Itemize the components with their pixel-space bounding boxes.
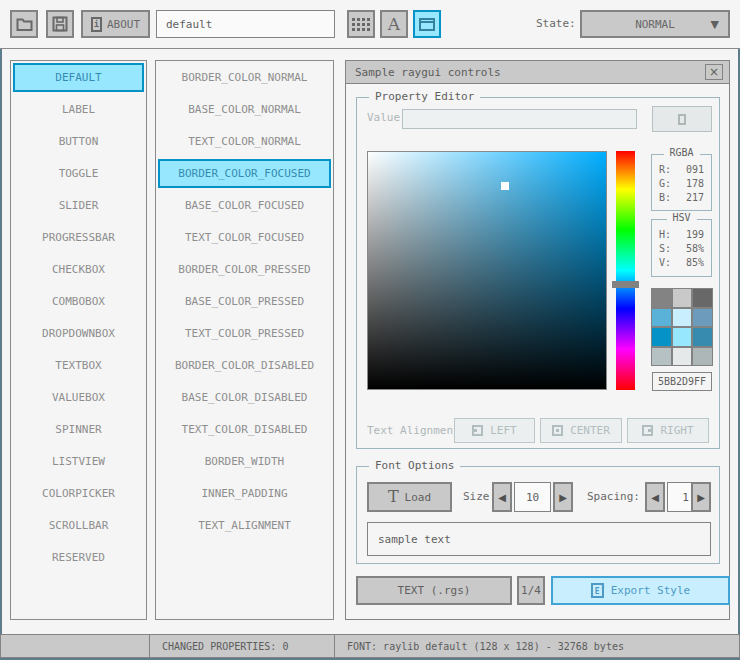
color-picker-cursor — [501, 182, 509, 190]
color-swatch — [693, 328, 712, 346]
property-list-item[interactable]: BORDER_COLOR_DISABLED — [158, 351, 331, 380]
about-button[interactable]: i ABOUT — [81, 10, 150, 38]
font-view-button[interactable]: A — [380, 10, 408, 38]
control-list-item[interactable]: DROPDOWNBOX — [13, 319, 144, 348]
save-style-button[interactable] — [46, 10, 74, 38]
control-list-item[interactable]: BUTTON — [13, 127, 144, 156]
style-color-table — [651, 288, 713, 366]
font-t-icon: T — [388, 489, 399, 505]
property-list-item[interactable]: BORDER_COLOR_FOCUSED — [158, 159, 331, 188]
status-changed-properties: CHANGED PROPERTIES: 0 — [149, 634, 335, 658]
open-style-button[interactable] — [10, 10, 38, 38]
toolbar: i ABOUT A State: NORMAL ▼ — [0, 0, 740, 49]
property-list-item-label: BORDER_WIDTH — [205, 455, 284, 468]
control-list-item[interactable]: SCROLLBAR — [13, 511, 144, 540]
hsv-row-label: S: — [659, 243, 671, 257]
sample-text: sample text — [378, 533, 451, 546]
rgba-row: G: 178 — [659, 178, 704, 192]
export-style-button[interactable]: E Export Style — [551, 576, 730, 605]
close-window-button[interactable]: × — [705, 64, 723, 80]
control-list-item[interactable]: SPINNER — [13, 415, 144, 444]
status-font-info: FONT: raylib default (128 x 128) - 32768… — [334, 634, 740, 658]
control-list-item[interactable]: TEXTBOX — [13, 351, 144, 380]
size-value: 10 — [514, 482, 551, 512]
close-icon: × — [709, 65, 719, 79]
property-list-item[interactable]: TEXT_COLOR_NORMAL — [158, 127, 331, 156]
control-list-item-label: VALUEBOX — [52, 391, 105, 404]
property-list-item-label: BASE_COLOR_FOCUSED — [185, 199, 304, 212]
property-list-item[interactable]: TEXT_ALIGNMENT — [158, 511, 331, 540]
control-list-item[interactable]: COMBOBOX — [13, 287, 144, 316]
format-page-button[interactable]: 1/4 — [517, 576, 545, 605]
property-list-item-label: TEXT_ALIGNMENT — [198, 519, 291, 532]
hsv-row-label: H: — [659, 229, 671, 243]
control-list-item[interactable]: LABEL — [13, 95, 144, 124]
window-icon — [419, 18, 435, 31]
export-style-label: Export Style — [611, 584, 690, 597]
control-list-item-label: RESERVED — [52, 551, 105, 564]
control-list-item[interactable]: VALUEBOX — [13, 383, 144, 412]
rgba-row-value: 091 — [686, 164, 704, 178]
color-swatch — [652, 328, 671, 346]
changed-properties-text: CHANGED PROPERTIES: 0 — [162, 641, 288, 652]
color-swatch — [693, 348, 712, 366]
spacing-value-text: 1 — [682, 491, 689, 504]
control-list-item[interactable]: COLORPICKER — [13, 479, 144, 508]
property-list-item[interactable]: TEXT_COLOR_PRESSED — [158, 319, 331, 348]
sample-window-title: Sample raygui controls — [355, 66, 501, 79]
align-center-button: CENTER — [540, 418, 622, 443]
color-swatch — [673, 289, 692, 307]
size-value-text: 10 — [526, 491, 539, 504]
color-swatch — [693, 309, 712, 327]
control-list-item-label: SLIDER — [59, 199, 99, 212]
property-list-item[interactable]: INNER_PADDING — [158, 479, 331, 508]
color-swatch — [652, 348, 671, 366]
state-dropdown[interactable]: NORMAL ▼ — [580, 10, 730, 38]
style-table-button[interactable] — [347, 10, 375, 38]
control-list-item[interactable]: SLIDER — [13, 191, 144, 220]
align-left-button: LEFT — [454, 418, 535, 443]
rgba-row: B: 217 — [659, 192, 704, 206]
property-list-item[interactable]: BORDER_COLOR_PRESSED — [158, 255, 331, 284]
color-picker-panel[interactable] — [367, 151, 607, 390]
control-list-item[interactable]: TOGGLE — [13, 159, 144, 188]
property-list-item-label: BORDER_COLOR_PRESSED — [178, 263, 310, 276]
export-format-button[interactable]: TEXT (.rgs) — [356, 576, 512, 605]
hsv-row: V: 85% — [659, 257, 704, 271]
control-list-item[interactable]: CHECKBOX — [13, 255, 144, 284]
property-list-item[interactable]: BASE_COLOR_DISABLED — [158, 383, 331, 412]
control-list-item[interactable]: RESERVED — [13, 543, 144, 572]
property-list-item[interactable]: BASE_COLOR_PRESSED — [158, 287, 331, 316]
property-list-item[interactable]: TEXT_COLOR_DISABLED — [158, 415, 331, 444]
size-increase-button[interactable]: ▶ — [553, 482, 573, 512]
hsv-row-value: 85% — [686, 257, 704, 271]
sample-text-box[interactable]: sample text — [367, 522, 711, 556]
property-list-item[interactable]: BORDER_COLOR_NORMAL — [158, 63, 331, 92]
style-name-input[interactable] — [156, 10, 335, 38]
property-list-item[interactable]: BASE_COLOR_NORMAL — [158, 95, 331, 124]
control-list-item-label: DROPDOWNBOX — [42, 327, 115, 340]
font-info-text: FONT: raylib default (128 x 128) - 32768… — [347, 641, 624, 652]
control-list-item[interactable]: LISTVIEW — [13, 447, 144, 476]
property-list-item[interactable]: BASE_COLOR_FOCUSED — [158, 191, 331, 220]
property-list-item[interactable]: BORDER_WIDTH — [158, 447, 331, 476]
control-list-item[interactable]: PROGRESSBAR — [13, 223, 144, 252]
size-decrease-button[interactable]: ◀ — [492, 482, 512, 512]
controls-view-button[interactable] — [413, 10, 441, 38]
arrow-right-icon: ▶ — [697, 492, 705, 503]
align-left-icon — [472, 425, 483, 436]
spacing-decrease-button[interactable]: ◀ — [645, 482, 665, 512]
rgba-row-value: 217 — [686, 192, 704, 206]
load-font-button[interactable]: T Load — [367, 482, 452, 512]
hsv-row-value: 199 — [686, 229, 704, 243]
rguistyler-app-window: i ABOUT A State: NORMAL ▼ DEFAULT LABEL — [0, 0, 740, 660]
hex-color-value: 5BB2D9FF — [652, 372, 712, 391]
arrow-right-icon: ▶ — [559, 492, 567, 503]
hue-slider[interactable] — [616, 151, 635, 390]
property-list-item-label: TEXT_COLOR_DISABLED — [182, 423, 308, 436]
hsv-row: H: 199 — [659, 229, 704, 243]
hue-slider-handle[interactable] — [612, 281, 639, 288]
spacing-increase-button[interactable]: ▶ — [691, 482, 711, 512]
control-list-item[interactable]: DEFAULT — [13, 63, 144, 92]
property-list-item[interactable]: TEXT_COLOR_FOCUSED — [158, 223, 331, 252]
